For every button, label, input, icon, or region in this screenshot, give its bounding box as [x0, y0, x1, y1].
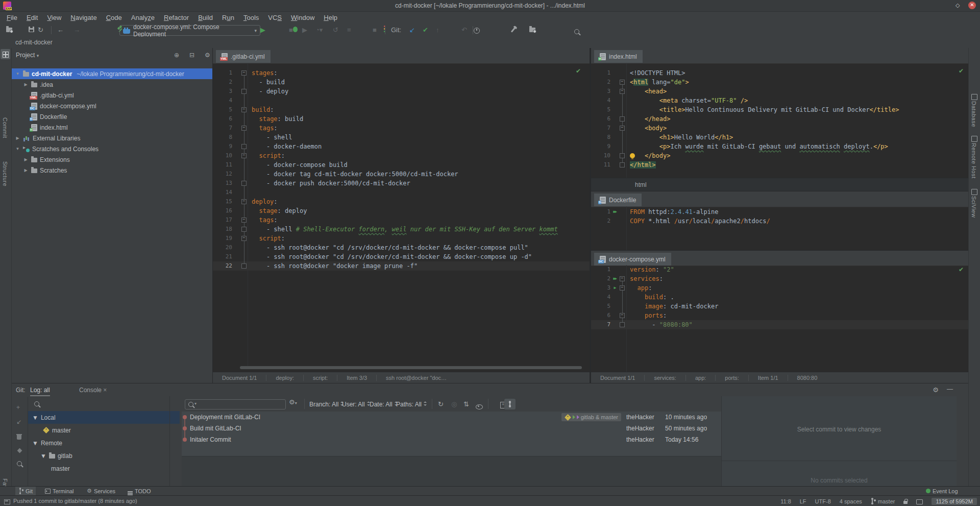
tree-item-scratches-and-consoles[interactable]: ▼Scratches and Consoles	[12, 143, 212, 154]
line-number[interactable]: 4	[591, 96, 610, 105]
fold-icon[interactable]: −	[620, 285, 625, 291]
chevron-down-icon[interactable]: ▼	[32, 440, 38, 447]
tree-item-scratches[interactable]: ▶Scratches	[12, 165, 212, 176]
save-icon[interactable]	[29, 27, 34, 32]
wrench-icon[interactable]	[511, 27, 516, 32]
run-config-selector[interactable]: docker-compose.yml: Compose Deployment▾	[119, 25, 260, 36]
sync-icon[interactable]: ↻	[38, 26, 43, 35]
profiler-icon[interactable]: ◔▾	[315, 26, 323, 35]
line-number[interactable]: 3	[591, 283, 610, 293]
line-number[interactable]: 7	[591, 124, 610, 133]
line-number[interactable]: 4	[591, 293, 610, 302]
menu-navigate[interactable]: Navigate	[66, 12, 101, 23]
tab-index-html[interactable]: Hindex.html	[594, 50, 643, 63]
fold-end-icon[interactable]	[241, 181, 247, 186]
fold-end-icon[interactable]	[241, 89, 247, 94]
filter-paths[interactable]: Paths: All	[396, 401, 427, 408]
chevron-right-icon[interactable]: ▶	[23, 168, 29, 173]
menu-refactor[interactable]: Refactor	[159, 12, 193, 23]
diamond-icon[interactable]	[17, 448, 22, 453]
intention-bulb-icon[interactable]	[630, 153, 635, 158]
history-icon[interactable]	[474, 28, 480, 34]
chevron-down-icon[interactable]: ▼	[15, 71, 20, 76]
menu-analyze[interactable]: Analyze	[127, 12, 159, 23]
run-line-icon[interactable]: ▶	[610, 283, 619, 293]
tree-item-index-html[interactable]: Hindex.html	[12, 122, 212, 133]
status-lf[interactable]: LF	[800, 498, 806, 504]
delete-icon[interactable]	[17, 435, 21, 440]
tree-item--gitlab-ci-yml[interactable]: YML.gitlab-ci.yml	[12, 90, 212, 101]
hash-icon[interactable]: ◎	[451, 400, 457, 408]
filter-user[interactable]: User: All	[342, 401, 370, 408]
line-number[interactable]: 19	[213, 234, 232, 243]
log-settings-icon[interactable]: ⚙▾	[289, 398, 297, 406]
run-line-icon[interactable]: ▶▶	[610, 207, 619, 216]
add-icon[interactable]: +	[16, 404, 20, 411]
maximize-icon[interactable]: ◇	[955, 2, 960, 9]
line-number[interactable]: 8	[213, 133, 232, 142]
close-icon[interactable]: ×	[102, 387, 107, 394]
fold-icon[interactable]: −	[241, 126, 247, 131]
fold-icon[interactable]: −	[241, 236, 247, 241]
line-number[interactable]: 5	[213, 105, 232, 114]
editor-gitlab-ci[interactable]: 1−stages:2 - build3 - deploy45−build:6 s…	[213, 68, 590, 271]
chevron-down-icon[interactable]: ▼	[15, 147, 20, 151]
menu-help[interactable]: Help	[319, 12, 342, 23]
commit-search-input[interactable]: ▾	[185, 399, 286, 409]
line-number[interactable]: 11	[591, 160, 610, 170]
settings-icon[interactable]: ⚙	[205, 52, 210, 59]
line-number[interactable]: 7	[213, 124, 232, 133]
branch-item-local[interactable]: ▼Local	[28, 411, 180, 424]
rollback-icon[interactable]: ↶	[461, 26, 467, 35]
sidebar-item-project[interactable]	[1, 49, 10, 59]
commit-row-2[interactable]: Build mit GitLab-CItheHacker50 minutes a…	[182, 423, 721, 434]
menu-build[interactable]: Build	[193, 12, 217, 23]
menu-code[interactable]: Code	[102, 12, 127, 23]
line-number[interactable]: 6	[591, 311, 610, 320]
project-view-selector[interactable]: Project ▾	[16, 52, 39, 59]
editor-docker-compose[interactable]: 1version: "2"2▶▶−services:3▶− app:4 buil…	[591, 265, 968, 329]
update-project-icon[interactable]: ↙	[409, 26, 415, 35]
debug-icon[interactable]	[293, 27, 298, 32]
line-number[interactable]: 2	[591, 274, 610, 283]
chevron-down-icon[interactable]: ▼	[32, 414, 38, 421]
event-log-button[interactable]: Event Log	[923, 487, 961, 495]
tree-item--idea[interactable]: ▶.idea	[12, 79, 212, 90]
back-icon[interactable]: ←	[57, 26, 64, 35]
menu-window[interactable]: Window	[286, 12, 319, 23]
line-number[interactable]: 7	[591, 320, 610, 329]
toolwindow-button-services[interactable]: ⚙Services	[84, 487, 118, 495]
sort-icon[interactable]: ⇅	[463, 400, 469, 408]
line-number[interactable]: 12	[213, 170, 232, 179]
breadcrumb-html[interactable]: html	[591, 181, 647, 188]
status-master[interactable]: master	[871, 498, 895, 504]
toolwindow-button-terminal[interactable]: Terminal	[42, 487, 77, 495]
branch-graph-icon[interactable]	[504, 399, 516, 409]
line-number[interactable]: 1	[591, 68, 610, 78]
close-icon[interactable]: ✕	[968, 2, 976, 9]
title-bar[interactable]: EAP cd-mit-docker [~/lokale Programmieru…	[0, 0, 980, 12]
fold-icon[interactable]: −	[241, 153, 247, 158]
line-number[interactable]: 5	[591, 105, 610, 114]
sidebar-item-remote-host[interactable]: Remote Host	[971, 143, 977, 179]
menu-view[interactable]: View	[42, 12, 66, 23]
status-4-spaces[interactable]: 4 spaces	[840, 498, 862, 504]
status-11-8[interactable]: 11:8	[780, 498, 791, 504]
fold-end-icon[interactable]	[241, 263, 247, 269]
search-icon[interactable]	[34, 401, 39, 406]
tree-item-extensions[interactable]: ▶Extensions	[12, 154, 212, 165]
tab-docker-compose-yml[interactable]: DCdocker-compose.yml	[594, 253, 671, 266]
fold-icon[interactable]: −	[620, 80, 625, 85]
toolwindow-button-git[interactable]: Git	[15, 487, 36, 495]
fold-icon[interactable]: −	[241, 218, 247, 223]
line-number[interactable]: 16	[213, 206, 232, 215]
coverage-icon[interactable]: ▶	[302, 26, 307, 35]
locate-icon[interactable]: ⊕	[174, 52, 179, 59]
eye-icon[interactable]	[476, 404, 483, 409]
line-number[interactable]: 17	[213, 215, 232, 225]
fold-icon[interactable]: −	[620, 276, 625, 281]
line-number[interactable]: 4	[213, 96, 232, 105]
fold-icon[interactable]: −	[620, 89, 625, 94]
chevron-right-icon[interactable]: ▶	[23, 157, 29, 162]
menu-vcs[interactable]: VCS	[263, 12, 286, 23]
